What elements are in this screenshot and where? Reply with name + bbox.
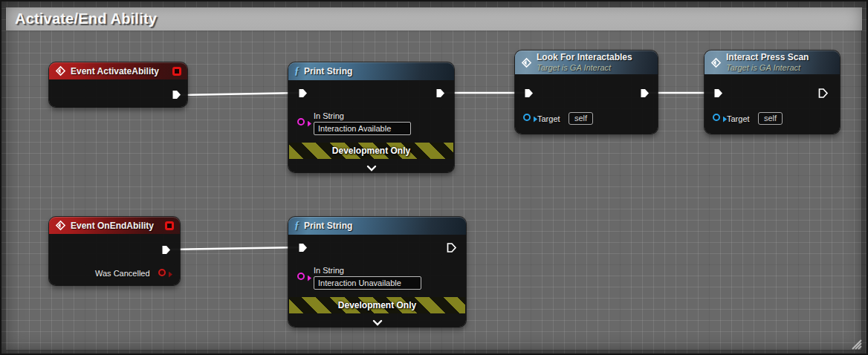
- node-header[interactable]: Event OnEndAbility: [49, 217, 180, 234]
- collapse-chevron-icon[interactable]: [366, 161, 377, 175]
- node-header[interactable]: Look For Interactables Target is GA Inte…: [515, 51, 658, 74]
- node-look-for-interactables[interactable]: Look For Interactables Target is GA Inte…: [515, 51, 658, 134]
- exec-out-pin[interactable]: [817, 88, 829, 102]
- node-header[interactable]: ƒ Print String: [288, 62, 454, 80]
- in-string-label: In String: [314, 111, 344, 120]
- in-string-input[interactable]: [314, 122, 411, 135]
- node-title: Print String: [304, 66, 352, 76]
- node-print-string-2[interactable]: ƒ Print String In String Development Onl…: [288, 217, 466, 327]
- was-cancelled-pin[interactable]: [158, 269, 166, 276]
- collapse-chevron-icon[interactable]: [372, 316, 383, 329]
- node-event-on-end-ability[interactable]: Event OnEndAbility Was Cancelled: [49, 217, 180, 285]
- target-self-value[interactable]: self: [758, 112, 783, 125]
- exec-out-pin[interactable]: [639, 88, 650, 102]
- exec-out-pin[interactable]: [171, 89, 182, 103]
- development-only-banner: Development Only: [289, 143, 453, 159]
- was-cancelled-label: Was Cancelled: [95, 269, 150, 278]
- graph-background[interactable]: Activate/End Ability: [1, 1, 867, 354]
- target-label: Target: [537, 114, 560, 123]
- function-icon: ƒ: [294, 220, 299, 232]
- target-label: Target: [727, 114, 750, 123]
- node-header[interactable]: ƒ Print String: [288, 217, 466, 235]
- exec-in-pin[interactable]: [297, 88, 308, 102]
- exec-in-pin[interactable]: [297, 242, 308, 256]
- blueprint-graph-canvas[interactable]: Activate/End Ability: [0, 0, 868, 355]
- comment-header[interactable]: Activate/End Ability: [6, 7, 862, 30]
- function-target-icon: [710, 57, 722, 68]
- development-only-banner: Development Only: [289, 297, 465, 313]
- in-string-label: In String: [314, 266, 344, 275]
- target-pin[interactable]: [523, 114, 531, 121]
- node-header[interactable]: Event ActivateAbility: [49, 62, 187, 79]
- node-title: Event ActivateAbility: [71, 66, 159, 76]
- target-self-value[interactable]: self: [569, 112, 593, 125]
- node-title: Event OnEndAbility: [71, 221, 154, 231]
- node-subtitle: Target is GA Interact: [537, 63, 632, 73]
- event-override-icon[interactable]: [172, 67, 181, 76]
- node-event-activate-ability[interactable]: Event ActivateAbility: [49, 62, 187, 107]
- exec-out-pin[interactable]: [435, 88, 446, 102]
- target-pin[interactable]: [713, 114, 720, 121]
- event-icon: [55, 220, 66, 231]
- exec-out-pin[interactable]: [161, 244, 172, 258]
- node-title: Print String: [304, 221, 352, 231]
- node-title: Look For Interactables: [537, 53, 632, 63]
- node-header[interactable]: Interact Press Scan Target is GA Interac…: [705, 51, 840, 74]
- function-icon: ƒ: [294, 65, 299, 77]
- node-subtitle: Target is GA Interact: [726, 63, 809, 73]
- comment-resize-grip[interactable]: [849, 336, 862, 350]
- node-title: Interact Press Scan: [726, 53, 809, 63]
- in-string-input[interactable]: [314, 276, 421, 290]
- comment-title: Activate/End Ability: [15, 10, 157, 27]
- exec-in-pin[interactable]: [713, 88, 724, 102]
- in-string-pin[interactable]: [297, 273, 305, 280]
- node-interact-press-scan[interactable]: Interact Press Scan Target is GA Interac…: [705, 51, 840, 134]
- event-icon: [55, 65, 66, 76]
- exec-in-pin[interactable]: [523, 88, 534, 102]
- function-target-icon: [521, 57, 532, 68]
- event-override-icon[interactable]: [165, 221, 174, 230]
- node-print-string-1[interactable]: ƒ Print String In String Development Onl…: [288, 62, 454, 172]
- exec-out-pin[interactable]: [446, 242, 457, 256]
- in-string-pin[interactable]: [297, 118, 305, 126]
